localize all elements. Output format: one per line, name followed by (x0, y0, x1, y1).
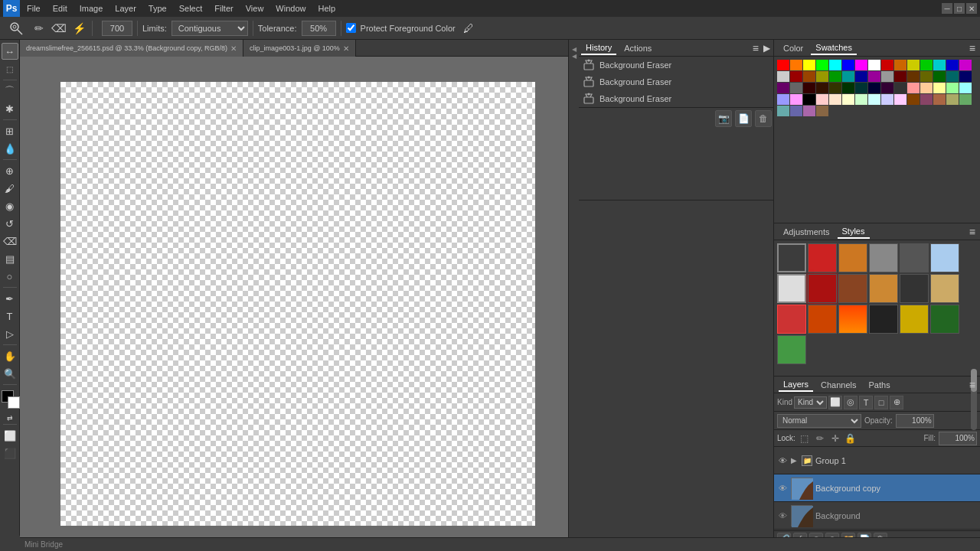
swatch-32[interactable] (803, 83, 815, 93)
swatch-39[interactable] (894, 83, 906, 93)
tool-zoom[interactable]: 🔍 (2, 365, 18, 382)
swatch-15[interactable] (777, 71, 789, 82)
swatch-33[interactable] (816, 83, 828, 93)
style-gray[interactable] (869, 243, 898, 272)
swatch-48[interactable] (816, 94, 828, 105)
swatch-50[interactable] (842, 94, 854, 105)
layers-tab[interactable]: Layers (779, 378, 813, 392)
tool-option-2[interactable]: ⌫ (51, 20, 67, 37)
swatch-63[interactable] (816, 106, 828, 116)
doc-tab-1-close[interactable]: ✕ (230, 44, 237, 53)
style-dark2[interactable] (869, 305, 898, 334)
doc-tab-2[interactable]: clip_image003-1.jpg @ 100% ✕ (243, 40, 356, 57)
swatch-46[interactable] (790, 94, 802, 105)
adjustments-tab[interactable]: Adjustments (779, 226, 835, 238)
swatch-17[interactable] (803, 71, 815, 82)
opacity-input[interactable] (896, 414, 934, 428)
maximize-button[interactable]: □ (954, 3, 965, 14)
doc-tab-1[interactable]: dreamslimefree_256615.psd @ 33.3% (Backg… (20, 40, 243, 57)
swatch-52[interactable] (868, 94, 880, 105)
style-red-orange[interactable] (808, 305, 837, 334)
menu-window[interactable]: Window (270, 2, 311, 15)
swatch-12[interactable] (933, 60, 946, 70)
kind-select[interactable]: Kind (794, 396, 827, 409)
tool-quick-mask[interactable]: ⬜ (2, 427, 18, 444)
swatch-6[interactable] (855, 60, 867, 70)
color-tab[interactable]: Color (779, 42, 808, 54)
styles-tab[interactable]: Styles (838, 225, 870, 239)
layer-filter-shape[interactable]: □ (874, 396, 888, 409)
tool-history-brush[interactable]: ↺ (2, 215, 18, 232)
layer-vis-bg-copy[interactable]: 👁 (777, 483, 788, 494)
blend-mode-select[interactable]: Normal Multiply Screen Overlay (777, 414, 861, 428)
swatch-43[interactable] (946, 83, 959, 93)
color-picker[interactable] (2, 390, 18, 413)
menu-view[interactable]: View (240, 2, 270, 15)
tolerance-input[interactable] (302, 21, 336, 36)
delete-history-button[interactable]: 🗑 (755, 110, 772, 127)
swatch-54[interactable] (894, 94, 906, 105)
layer-row-background[interactable]: 👁 Background (774, 502, 980, 530)
swatch-1[interactable] (790, 60, 802, 70)
style-brown[interactable] (838, 274, 867, 303)
style-orange2[interactable] (869, 274, 898, 303)
swatch-21[interactable] (855, 71, 867, 82)
style-light-blue[interactable] (930, 243, 959, 272)
tool-move[interactable]: ↔ (2, 43, 18, 60)
history-panel-arrow[interactable]: ▶ (763, 43, 770, 54)
swatch-10[interactable] (907, 60, 920, 70)
swatches-tab[interactable]: Swatches (811, 41, 857, 55)
style-green2[interactable] (777, 335, 806, 364)
swatch-3[interactable] (816, 60, 828, 70)
layer-filter-smart[interactable]: ⊕ (890, 396, 903, 409)
swatch-25[interactable] (907, 71, 920, 82)
layer-filter-adjust[interactable]: ◎ (844, 396, 858, 409)
tool-lasso[interactable]: ⌒ (2, 83, 18, 99)
swatch-38[interactable] (881, 83, 893, 93)
actions-tab[interactable]: Actions (619, 42, 656, 54)
swatch-42[interactable] (933, 83, 946, 93)
brush-size-input[interactable] (102, 21, 132, 36)
tool-eraser[interactable]: ⌫ (2, 233, 18, 249)
create-new-doc-button[interactable]: 📄 (735, 110, 752, 127)
swatch-59[interactable] (959, 94, 972, 105)
layer-vis-background[interactable]: 👁 (777, 510, 788, 521)
swatch-56[interactable] (920, 94, 933, 105)
swatch-26[interactable] (920, 71, 933, 82)
swatch-31[interactable] (790, 83, 802, 93)
swatch-58[interactable] (946, 94, 959, 105)
layer-filter-pixel[interactable]: ⬜ (828, 396, 842, 409)
tool-brush[interactable]: 🖌 (2, 180, 18, 197)
new-snapshot-button[interactable]: 📷 (715, 110, 732, 127)
canvas[interactable]: + (60, 82, 535, 526)
canvas-area[interactable]: + (20, 57, 576, 551)
swatch-49[interactable] (829, 94, 841, 105)
style-red2[interactable] (777, 305, 806, 334)
protect-fg-checkbox[interactable] (346, 23, 356, 33)
layers-panel-options[interactable]: ≡ (969, 379, 975, 391)
swatch-7[interactable] (868, 60, 880, 70)
swatch-47[interactable] (803, 94, 815, 105)
tool-pen[interactable]: ✒ (2, 290, 18, 307)
tool-clone[interactable]: ◉ (2, 197, 18, 214)
swatch-41[interactable] (920, 83, 933, 93)
style-dark-gray[interactable] (900, 243, 929, 272)
swatch-29[interactable] (959, 71, 972, 82)
fill-input[interactable] (939, 432, 977, 445)
swatch-18[interactable] (816, 71, 828, 82)
menu-select[interactable]: Select (174, 2, 208, 15)
current-tool-icon[interactable] (5, 20, 28, 37)
tool-gradient[interactable]: ▤ (2, 250, 18, 267)
panel-collapse-btn[interactable]: ◀◀ (570, 46, 577, 60)
swatch-22[interactable] (868, 71, 880, 82)
swatch-44[interactable] (959, 83, 972, 93)
style-red-stroke[interactable] (808, 243, 837, 272)
swatch-35[interactable] (842, 83, 854, 93)
style-fire[interactable] (838, 305, 867, 334)
swatch-40[interactable] (907, 83, 920, 93)
style-green[interactable] (930, 305, 959, 334)
swatch-20[interactable] (842, 71, 854, 82)
history-item-1[interactable]: Background Eraser (577, 73, 775, 90)
swatch-57[interactable] (933, 94, 946, 105)
style-tan[interactable] (930, 274, 959, 303)
